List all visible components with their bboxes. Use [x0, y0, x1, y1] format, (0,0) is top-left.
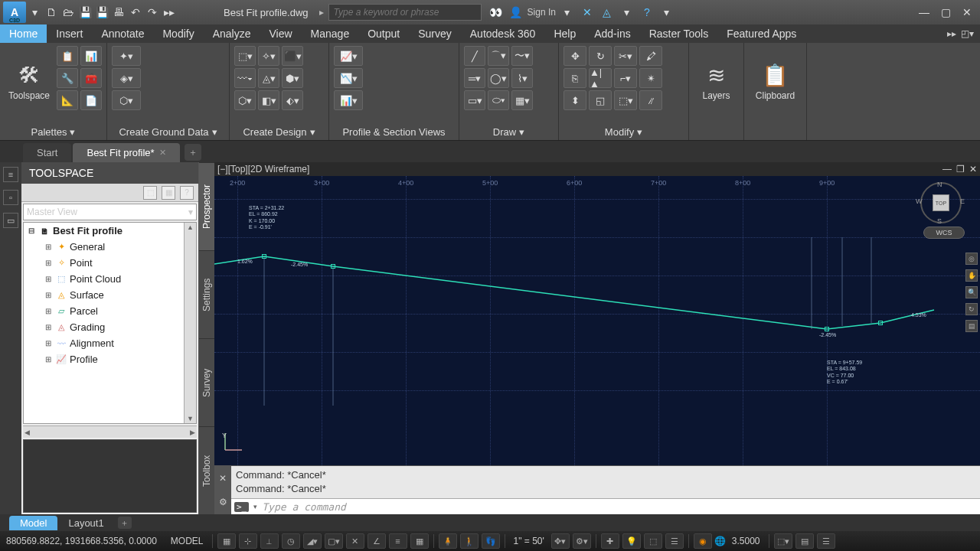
- add-tab-button[interactable]: ＋: [185, 144, 201, 161]
- status-ortho-button[interactable]: ⟂: [260, 533, 279, 549]
- status-polar-button[interactable]: ◷: [282, 533, 300, 549]
- vtab-prospector[interactable]: Prospector: [199, 162, 214, 250]
- panel-ground-label[interactable]: Create Ground Data ▾: [112, 124, 224, 140]
- vp-restore-icon[interactable]: ❐: [956, 164, 965, 174]
- design-btn-7[interactable]: ⬡▾: [234, 90, 256, 110]
- close-icon[interactable]: ✕: [159, 148, 166, 158]
- menu-insert[interactable]: Insert: [47, 24, 92, 43]
- menu-view[interactable]: View: [260, 24, 301, 43]
- help-icon[interactable]: ?: [640, 5, 654, 19]
- status-ui-button[interactable]: ☰: [665, 533, 684, 549]
- tree-point[interactable]: ⊞✧Point: [24, 255, 196, 271]
- palette-btn-6[interactable]: 📄: [80, 90, 102, 110]
- undo-icon[interactable]: ↶: [129, 5, 142, 19]
- points-btn[interactable]: ✦▾: [112, 46, 141, 66]
- draw-hatch[interactable]: ▦▾: [511, 90, 533, 110]
- design-btn-9[interactable]: ⬖▾: [282, 90, 303, 110]
- palette-btn-3[interactable]: 🔧: [57, 68, 78, 88]
- profileview-btn-3[interactable]: 📊▾: [334, 90, 363, 110]
- minimize-button[interactable]: —: [914, 5, 934, 20]
- design-btn-1[interactable]: ⬚▾: [234, 46, 256, 66]
- status-cust-button[interactable]: ☰: [817, 533, 835, 549]
- toolspace-view-select[interactable]: Master View▾: [23, 204, 197, 220]
- panel-draw-label[interactable]: Draw ▾: [464, 124, 554, 140]
- tree-root[interactable]: ⊟🗎Best Fit profile: [24, 223, 196, 239]
- status-snap-button[interactable]: ⊹: [239, 533, 257, 549]
- search-input[interactable]: [328, 4, 482, 21]
- status-annoscale-button[interactable]: ✥▾: [551, 533, 570, 549]
- layout-tab-model[interactable]: Model: [9, 516, 57, 530]
- toolspace-button[interactable]: 🛠 Toolspace: [5, 46, 54, 115]
- palette-btn-5[interactable]: 📐: [57, 90, 78, 110]
- mod-erase[interactable]: 🖍: [639, 46, 662, 66]
- viewport[interactable]: 2+00 3+00 4+00 5+00 6+00 7+00 8+00 9+00 …: [214, 176, 980, 465]
- app-logo[interactable]: A: [3, 2, 26, 23]
- design-btn-2[interactable]: ✧▾: [258, 46, 279, 66]
- layout-add-button[interactable]: ＋: [118, 517, 132, 529]
- draw-arc[interactable]: ⌒▾: [488, 46, 509, 66]
- status-3dosnap-button[interactable]: ✕: [346, 533, 364, 549]
- command-input[interactable]: >_ ▾ Type a command: [231, 498, 980, 514]
- panel-palettes-label[interactable]: Palettes ▾: [5, 124, 102, 140]
- menu-autodesk360[interactable]: Autodesk 360: [461, 24, 545, 43]
- draw-pline[interactable]: 〜▾: [511, 46, 533, 66]
- palette-btn-1[interactable]: 📋: [57, 46, 78, 66]
- nav-zoom[interactable]: 🔍: [965, 286, 978, 298]
- mod-trim[interactable]: ✂▾: [614, 46, 637, 66]
- status-decimal[interactable]: 3.5000: [727, 536, 765, 546]
- signin-dropdown-icon[interactable]: ▾: [560, 5, 574, 19]
- pvi-marker[interactable]: [331, 264, 335, 269]
- doctab-active[interactable]: Best Fit profile*✕: [73, 143, 179, 162]
- palette-btn-4[interactable]: 🧰: [80, 68, 102, 88]
- draw-mline[interactable]: ═▾: [464, 68, 485, 88]
- rail-btn-3[interactable]: ▭: [3, 213, 18, 228]
- mod-move[interactable]: ✥: [564, 46, 586, 66]
- draw-ellipse[interactable]: ⬭▾: [488, 90, 509, 110]
- draw-circle[interactable]: ◯▾: [488, 68, 509, 88]
- status-scale[interactable]: 1" = 50': [509, 536, 549, 546]
- mod-copy[interactable]: ⎘: [564, 68, 586, 88]
- new-icon[interactable]: 🗋: [44, 5, 58, 19]
- viewport-label[interactable]: [−][Top][2D Wireframe]: [217, 164, 309, 174]
- ribbon-state-icon[interactable]: ◰▾: [961, 28, 974, 39]
- draw-line[interactable]: ╱: [464, 46, 485, 66]
- pvi-marker[interactable]: [262, 254, 266, 259]
- tree-scrollbar[interactable]: [184, 223, 196, 423]
- signin-icon[interactable]: 👤: [509, 5, 523, 19]
- vtab-survey[interactable]: Survey: [199, 338, 214, 426]
- tree-hscroll[interactable]: ◀▶: [23, 425, 197, 438]
- nav-show[interactable]: ▤: [965, 320, 978, 332]
- menu-help[interactable]: Help: [544, 24, 585, 43]
- mod-explode[interactable]: ✴: [639, 68, 662, 88]
- layers-button[interactable]: ≋Layers: [694, 46, 739, 115]
- menu-home[interactable]: Home: [0, 24, 47, 43]
- tree-alignment[interactable]: ⊞〰Alignment: [24, 335, 196, 351]
- tree-surface[interactable]: ⊞◬Surface: [24, 287, 196, 303]
- vp-close-icon[interactable]: ✕: [969, 164, 977, 174]
- status-tr-button[interactable]: ▦: [410, 533, 429, 549]
- status-filter-button[interactable]: ▤: [795, 533, 814, 549]
- tree-pointcloud[interactable]: ⊞⬚Point Cloud: [24, 271, 196, 287]
- status-ds-button[interactable]: 👣: [482, 533, 500, 549]
- status-ws-button[interactable]: ⚙▾: [573, 533, 591, 549]
- nav-wheel[interactable]: ◎: [965, 253, 978, 265]
- mod-offset[interactable]: ⫽: [639, 90, 662, 110]
- tree-profile[interactable]: ⊞📈Profile: [24, 351, 196, 367]
- cmd-dropdown-icon[interactable]: ▾: [253, 503, 257, 510]
- rail-btn-2[interactable]: ▫: [3, 190, 18, 205]
- profileview-btn-1[interactable]: 📈▾: [334, 46, 363, 66]
- toolspace-tree[interactable]: ⊟🗎Best Fit profile ⊞✦General ⊞✧Point ⊞⬚P…: [23, 222, 197, 424]
- pvi-marker[interactable]: [878, 321, 883, 325]
- status-globe-icon[interactable]: 🌐: [714, 536, 726, 546]
- save-icon[interactable]: 💾: [78, 5, 92, 19]
- status-am-button[interactable]: ✚: [601, 533, 619, 549]
- menu-addins[interactable]: Add-ins: [585, 24, 639, 43]
- tree-grading[interactable]: ⊞◬Grading: [24, 319, 196, 335]
- menu-annotate[interactable]: Annotate: [92, 24, 153, 43]
- tree-general[interactable]: ⊞✦General: [24, 239, 196, 255]
- palette-btn-2[interactable]: 📊: [80, 46, 102, 66]
- status-coords[interactable]: 880569.8822, 1931668.5356, 0.0000: [6, 536, 157, 546]
- vp-minimize-icon[interactable]: —: [942, 164, 952, 174]
- plot-icon[interactable]: 🖶: [112, 5, 126, 19]
- traverse-btn[interactable]: ⬡▾: [112, 90, 141, 110]
